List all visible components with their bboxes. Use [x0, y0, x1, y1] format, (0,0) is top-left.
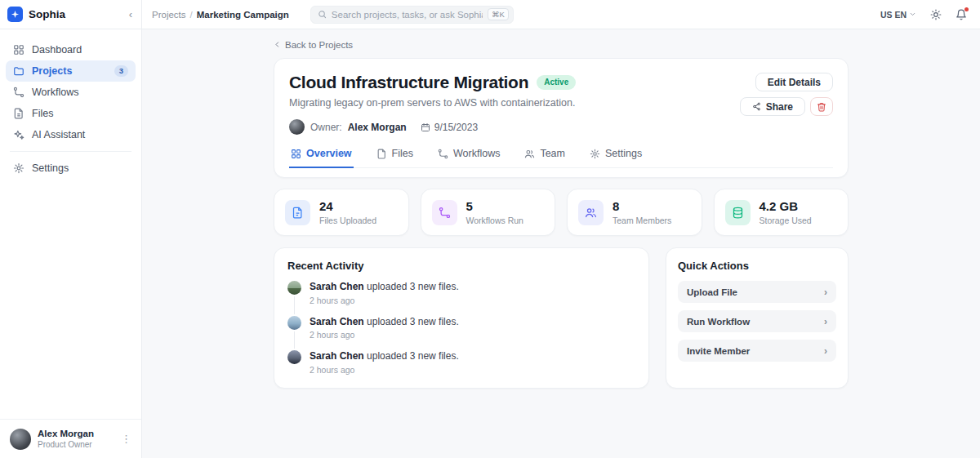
recent-activity-title: Recent Activity [287, 260, 635, 272]
project-title: Cloud Infrastructure Migration [289, 73, 528, 92]
chevron-right-icon: › [824, 345, 827, 357]
trash-icon [817, 102, 826, 112]
brand-name: Sophia [29, 8, 65, 20]
edit-details-button[interactable]: Edit Details [755, 73, 833, 91]
stat-value: 8 [612, 199, 671, 214]
invite-member-button[interactable]: Invite Member › [678, 340, 836, 362]
activity-time: 2 hours ago [310, 330, 459, 340]
activity-avatar [287, 350, 301, 364]
sidebar-collapse-icon[interactable]: ‹ [129, 9, 132, 20]
main-area: Back to Projects Cloud Infrastructure Mi… [142, 29, 980, 458]
sidebar-item-workflows[interactable]: Workflows [6, 82, 136, 103]
sidebar-item-ai-assistant[interactable]: AI Assistant [6, 124, 136, 145]
calendar-icon [421, 122, 430, 132]
chevron-right-icon: › [824, 316, 827, 327]
project-actions: Edit Details Share [740, 73, 833, 135]
activity-item: Sarah Chen uploaded 3 new files. 2 hours… [287, 316, 635, 351]
chevron-down-icon [909, 11, 916, 18]
locale-label: US EN [880, 10, 906, 20]
stat-value: 24 [319, 199, 376, 214]
back-to-projects-link[interactable]: Back to Projects [274, 40, 353, 50]
theme-toggle-sun-icon[interactable] [930, 9, 942, 20]
search-input[interactable] [332, 10, 483, 20]
workflow-icon [438, 149, 448, 159]
breadcrumb-current: Marketing Campaign [197, 10, 289, 20]
share-button[interactable]: Share [740, 97, 805, 116]
projects-count-badge: 3 [114, 65, 128, 77]
workflow-icon [13, 87, 24, 98]
run-workflow-button[interactable]: Run Workflow › [678, 310, 836, 332]
search-shortcut-badge: ⌘K [488, 8, 509, 20]
gear-icon [13, 162, 24, 174]
user-name: Alex Morgan [38, 428, 94, 439]
workflow-icon [432, 200, 457, 225]
database-icon [725, 200, 751, 225]
tab-team[interactable]: Team [523, 145, 567, 168]
project-description: Migrating legacy on-prem servers to AWS … [289, 97, 576, 109]
upload-file-button[interactable]: Upload File › [678, 281, 836, 303]
sidebar-item-projects[interactable]: Projects 3 [6, 60, 136, 82]
breadcrumb-parent[interactable]: Projects [152, 10, 186, 20]
tab-files[interactable]: Files [375, 145, 415, 168]
file-icon [376, 149, 387, 159]
dashboard-grid-icon [13, 44, 24, 56]
activity-time: 2 hours ago [310, 365, 459, 375]
user-role: Product Owner [38, 440, 94, 451]
search-box[interactable]: ⌘K [310, 6, 514, 24]
locale-selector[interactable]: US EN [880, 10, 916, 20]
owner-name: Alex Morgan [348, 122, 407, 133]
quick-actions-card: Quick Actions Upload File › Run Workflow… [666, 247, 849, 389]
sparkles-icon [13, 129, 24, 140]
sidebar-item-label: AI Assistant [32, 129, 85, 140]
delete-project-button[interactable] [810, 97, 833, 116]
sidebar-item-label: Workflows [32, 87, 78, 98]
chevron-left-icon [274, 41, 281, 48]
project-tabs: Overview Files Workflows Team [289, 145, 833, 168]
topbar-brand-section: Sophia ‹ [0, 0, 142, 29]
stat-team-members: 8Team Members [567, 189, 702, 236]
sidebar-item-dashboard[interactable]: Dashboard [6, 39, 136, 60]
project-meta-row: Owner: Alex Morgan 9/15/2023 [289, 119, 576, 135]
chevron-right-icon: › [824, 287, 827, 298]
top-bar: Sophia ‹ Projects / Marketing Campaign ⌘… [0, 0, 980, 29]
breadcrumb-separator: / [190, 10, 193, 20]
sidebar-item-files[interactable]: Files [6, 103, 136, 124]
notification-dot [964, 7, 969, 11]
activity-avatar [287, 316, 301, 330]
sidebar: Dashboard Projects 3 Workflows Files [0, 29, 142, 458]
users-icon [578, 200, 604, 225]
stat-label: Workflows Run [466, 216, 523, 225]
tab-workflows[interactable]: Workflows [436, 145, 501, 168]
sidebar-divider [10, 151, 131, 152]
sidebar-item-settings[interactable]: Settings [6, 158, 136, 179]
stat-value: 4.2 GB [760, 199, 812, 214]
tab-overview[interactable]: Overview [289, 145, 354, 168]
sidebar-user-card: Alex Morgan Product Owner ⋮ [0, 419, 141, 458]
activity-item: Sarah Chen uploaded 3 new files. 2 hours… [287, 281, 635, 316]
app-window: Sophia ‹ Projects / Marketing Campaign ⌘… [0, 0, 980, 458]
activity-list: Sarah Chen uploaded 3 new files. 2 hours… [287, 281, 635, 376]
owner-avatar [289, 119, 305, 135]
sophia-logo-icon [7, 7, 23, 22]
file-icon [13, 108, 24, 119]
project-header-card: Cloud Infrastructure Migration Active Mi… [274, 58, 849, 178]
activity-time: 2 hours ago [310, 296, 459, 305]
file-icon [285, 200, 310, 225]
stat-label: Files Uploaded [319, 216, 376, 225]
sidebar-item-label: Dashboard [32, 44, 82, 56]
tab-settings[interactable]: Settings [588, 145, 644, 168]
quick-actions-title: Quick Actions [678, 260, 836, 272]
sidebar-item-label: Projects [32, 65, 72, 77]
gear-icon [590, 149, 600, 159]
share-icon [752, 102, 761, 111]
stats-row: 24Files Uploaded 5Workflows Run 8Team Me… [274, 189, 849, 236]
user-avatar [10, 429, 31, 450]
brand: Sophia [7, 7, 65, 22]
topbar-controls: US EN [880, 9, 980, 20]
notifications-bell-icon[interactable] [956, 9, 967, 20]
sidebar-item-label: Settings [32, 162, 69, 174]
stat-label: Storage Used [760, 216, 812, 225]
folder-icon [13, 65, 24, 77]
project-info: Cloud Infrastructure Migration Active Mi… [289, 73, 576, 135]
user-menu-kebab-icon[interactable]: ⋮ [121, 433, 131, 445]
